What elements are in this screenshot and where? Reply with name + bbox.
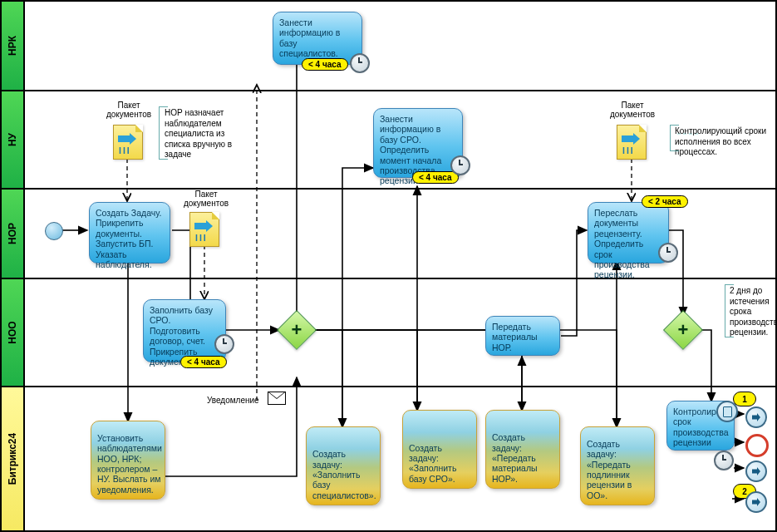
link-throw-event-3 [745,491,767,513]
task-noo-pass: Передать материалы НОР. [485,316,560,356]
lane-label-nrk: НРК [2,2,25,90]
timer-icon [658,243,678,263]
task-b24-orig: Создать задачу: «Передать подлинник реце… [580,426,655,505]
link-throw-event-1 [745,406,767,428]
timer-icon [450,155,470,175]
pill-4h-nrk: < 4 часа [302,58,348,71]
mail-icon [268,392,286,405]
doc-label-2: Пакет документов [607,101,657,119]
link-badge-1: 1 [733,392,756,406]
bracket-icon [725,284,734,337]
start-event [45,222,63,240]
task-b24-spec: Создать задачу: «Заполнить базу специали… [306,426,381,505]
task-text: Создать задачу: «Передать материалы НОР»… [492,432,553,484]
task-text: Занести информацию в базу специалистов. [279,17,340,58]
doc-icon-3: III [189,212,219,247]
bracket-icon [159,106,168,160]
lane-text: НОО [7,321,18,343]
task-noo-fill: Заполнить базу СРО. Подготовить договор,… [143,299,226,362]
link-throw-event-2 [745,461,767,482]
note-deadline: 2 дня до истечения срока производства ре… [730,286,775,338]
task-text: Установить наблюдателями НОО, НРК; контр… [97,433,162,495]
task-b24-sro: Создать задачу: «Заполнить базу СРО». [402,410,477,489]
note-ctrl: Контролирующий сроки исполнения во всех … [675,126,773,158]
pill-2h: < 2 часа [642,195,688,208]
task-text: Переслать документы рецензенту. Определи… [594,208,650,279]
timer-icon [214,334,234,354]
pill-4h-noo: < 4 часа [180,356,227,368]
task-text: Передать материалы НОР. [492,322,538,352]
task-text: Создать задачу: «Заполнить базу специали… [312,449,376,500]
timer-icon [350,53,370,73]
lane-row-noo [25,278,775,386]
lane-text: НУ [7,133,18,146]
doc-icon-1: III [113,125,143,160]
pill-4h-nu: < 4 часа [412,171,459,184]
task-nrk-db: Занести информацию в базу специалистов. [273,12,362,65]
task-nor-create: Создать Задачу. Прикрепить документы. За… [89,202,170,264]
lane-text: Битрикс24 [7,433,18,485]
note-notify: Уведомление [207,396,259,406]
lane-label-nu: НУ [2,90,25,188]
lane-labels: НРК НУ НОР НОО Битрикс24 [2,2,25,530]
note-hop: НОР назначает наблюдателем специалиста и… [165,108,244,160]
task-nor-fwd: Переслать документы рецензенту. Определи… [588,202,669,264]
lane-row-nrk [25,2,775,90]
doc-label-3: Пакет документов [181,190,231,208]
task-text: Создать задачу: «Передать подлинник реце… [587,439,648,500]
lane-text: НРК [7,36,18,56]
lane-label-noo: НОО [2,278,25,386]
doc-label-1: Пакет документов [104,101,154,119]
lane-label-nor: НОР [2,188,25,278]
lane-text: НОР [7,223,18,244]
doc-icon-2: III [617,125,647,160]
lane-label-b24: Битрикс24 [2,386,25,530]
timer-icon [714,451,734,470]
task-text: Создать задачу: «Заполнить базу СРО». [409,443,470,485]
task-text: Создать Задачу. Прикрепить документы. За… [96,208,161,269]
end-event [745,434,769,457]
bpmn-diagram: НРК НУ НОР НОО Битрикс24 [0,0,777,532]
task-b24-mat: Создать задачу: «Передать материалы НОР»… [485,410,560,489]
task-b24-watch: Установить наблюдателями НОО, НРК; контр… [91,421,165,500]
task-nu-db: Занести информацию в базу СРО. Определит… [373,108,463,178]
bracket-icon [670,125,679,151]
